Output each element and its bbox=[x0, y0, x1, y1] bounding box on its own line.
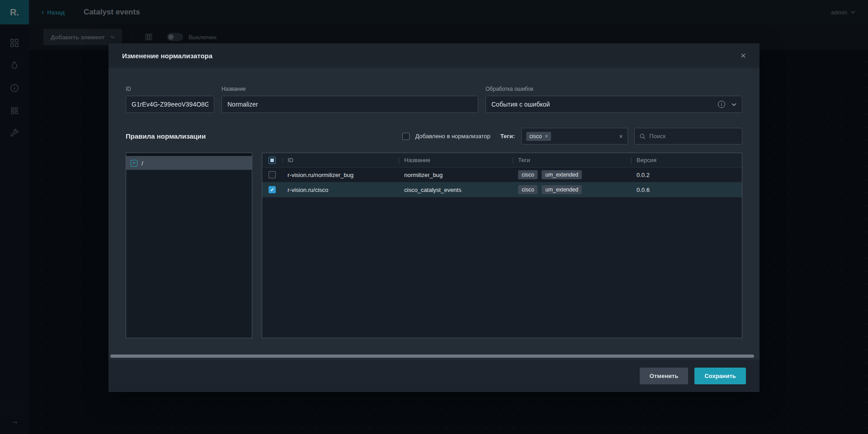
tag-remove-icon[interactable]: × bbox=[545, 134, 548, 139]
column-header-id[interactable]: ID bbox=[282, 157, 399, 163]
error-handling-label: Обработка ошибок bbox=[486, 86, 742, 92]
tree-expand-icon[interactable]: + bbox=[131, 160, 137, 167]
rules-tree-panel: + / bbox=[126, 153, 252, 338]
select-all-checkbox[interactable] bbox=[269, 157, 276, 164]
chevron-down-icon bbox=[731, 103, 736, 106]
id-field-label: ID bbox=[126, 86, 214, 92]
row-checkbox-checked[interactable]: ✓ bbox=[269, 186, 276, 193]
row-tag: um_extended bbox=[542, 185, 582, 194]
row-tag: cisco bbox=[518, 170, 538, 179]
row-id: r-vision.ru/cisco bbox=[282, 187, 399, 193]
error-handling-select[interactable]: События с ошибкой i bbox=[486, 96, 742, 113]
cancel-button[interactable]: Отменить bbox=[640, 368, 689, 384]
tree-top-strip bbox=[126, 153, 252, 156]
table-row[interactable]: ✓ r-vision.ru/cisco cisco_catalyst_event… bbox=[262, 182, 742, 197]
rules-table-panel: ID Название Теги Версия r-vision.ru/norm… bbox=[262, 153, 742, 338]
modal-body: ID Название Обработка ошибок События с о… bbox=[108, 68, 760, 359]
row-name: normilizer_bug bbox=[399, 172, 513, 178]
name-field-label: Название bbox=[222, 86, 478, 92]
scrollbar-thumb[interactable] bbox=[110, 355, 754, 358]
modal-footer: Отменить Сохранить bbox=[108, 359, 760, 392]
table-header: ID Название Теги Версия bbox=[262, 153, 742, 168]
tags-filter-label: Теги: bbox=[500, 133, 515, 140]
modal-header: Изменение нормализатора × bbox=[108, 43, 760, 68]
id-field[interactable] bbox=[126, 96, 214, 113]
table-row[interactable]: r-vision.ru/normilizer_bug normilizer_bu… bbox=[262, 168, 742, 182]
tag-chip: cisco × bbox=[526, 132, 551, 141]
modal-title: Изменение нормализатора bbox=[122, 52, 212, 60]
search-input[interactable] bbox=[649, 133, 737, 140]
close-icon[interactable]: × bbox=[741, 51, 746, 60]
row-version: 0.0.6 bbox=[631, 187, 742, 193]
search-box[interactable] bbox=[634, 128, 742, 145]
tag-chip-label: cisco bbox=[529, 133, 542, 140]
tree-root-label: / bbox=[142, 160, 143, 167]
row-tag: um_extended bbox=[542, 170, 582, 179]
row-checkbox[interactable] bbox=[269, 171, 276, 178]
added-to-normalizer-label: Добавлено в нормализатор bbox=[415, 133, 490, 140]
edit-normalizer-modal: Изменение нормализатора × ID Название Об… bbox=[108, 43, 760, 392]
error-handling-value: События с ошибкой bbox=[491, 101, 550, 108]
search-icon bbox=[639, 133, 646, 140]
row-version: 0.0.2 bbox=[631, 172, 742, 178]
added-to-normalizer-checkbox[interactable] bbox=[402, 133, 410, 140]
column-header-version[interactable]: Версия bbox=[631, 157, 742, 163]
save-button[interactable]: Сохранить bbox=[694, 368, 746, 384]
row-name: cisco_catalyst_events bbox=[399, 187, 513, 193]
rules-section-title: Правила нормализации bbox=[126, 132, 206, 140]
name-field[interactable] bbox=[222, 96, 478, 113]
info-circle-icon[interactable]: i bbox=[718, 101, 725, 108]
tree-root-row[interactable]: + / bbox=[126, 156, 252, 170]
column-header-name[interactable]: Название bbox=[399, 157, 513, 163]
horizontal-scrollbar[interactable] bbox=[110, 355, 754, 358]
tags-clear-icon[interactable]: × bbox=[619, 133, 623, 140]
tags-filter-input[interactable]: cisco × × bbox=[521, 128, 628, 145]
row-id: r-vision.ru/normilizer_bug bbox=[282, 172, 399, 178]
column-header-tags[interactable]: Теги bbox=[513, 157, 631, 163]
row-tag: cisco bbox=[518, 185, 538, 194]
